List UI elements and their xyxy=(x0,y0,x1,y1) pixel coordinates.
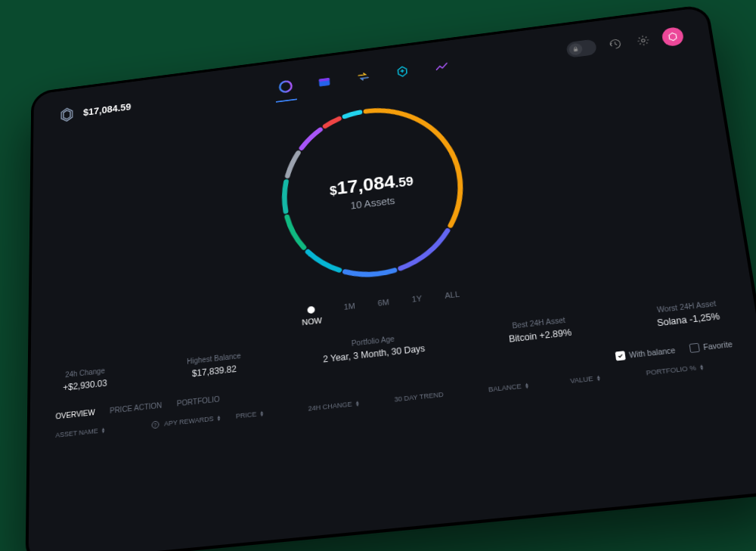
stat-highest-balance: Highest Balance $17,839.82 xyxy=(187,351,241,379)
theme-toggle[interactable] xyxy=(566,39,597,57)
profile-button[interactable] xyxy=(661,26,684,46)
tablet-frame: $17,084.59 xyxy=(25,4,756,551)
favorite-checkbox[interactable]: Favorite xyxy=(689,339,733,353)
time-range-now[interactable]: NOW xyxy=(301,305,322,327)
column-24h-change[interactable]: 24H CHANGE▲▼ xyxy=(308,396,387,412)
nav-earn-icon[interactable] xyxy=(391,60,414,82)
svg-point-0 xyxy=(280,80,292,92)
time-range-6m[interactable]: 6M xyxy=(377,297,390,317)
time-range-1m[interactable]: 1M xyxy=(343,301,356,321)
filter-checkboxes: With balance Favorite xyxy=(615,339,733,361)
checkbox-icon xyxy=(689,342,700,352)
stat-portfolio-age: Portfolio Age 2 Year, 3 Month, 30 Days xyxy=(322,331,426,364)
donut-chart: $17,084.59 10 Assets xyxy=(265,85,484,299)
nav-exchange-icon[interactable] xyxy=(352,65,375,87)
with-balance-checkbox[interactable]: With balance xyxy=(615,345,676,361)
stat-best-asset: Best 24H Asset Bitcoin +2.89% xyxy=(507,315,572,344)
column-balance[interactable]: BALANCE▲▼ xyxy=(488,378,563,393)
topbar-left: $17,084.59 xyxy=(57,98,132,125)
app-logo-icon xyxy=(57,104,76,125)
column-portfolio--[interactable]: PORTFOLIO %▲▼ xyxy=(646,360,736,377)
time-range-all[interactable]: ALL xyxy=(445,289,461,311)
lock-icon xyxy=(569,42,583,56)
view-tabs: OVERVIEWPRICE ACTIONPORTFOLIO xyxy=(56,395,220,420)
nav-portfolio-icon[interactable] xyxy=(274,76,296,98)
tab-price-action[interactable]: PRICE ACTION xyxy=(110,401,162,414)
settings-icon[interactable] xyxy=(634,31,653,48)
topbar-right xyxy=(565,26,684,59)
time-range-1y[interactable]: 1Y xyxy=(411,293,423,314)
column-apy-rewards[interactable]: ?APY REWARDS▲▼ xyxy=(151,413,228,429)
tab-portfolio[interactable]: PORTFOLIO xyxy=(177,395,220,407)
svg-point-4 xyxy=(641,39,645,42)
column-price[interactable]: PRICE▲▼ xyxy=(236,405,301,419)
stat-worst-asset: Worst 24H Asset Solana -1,25% xyxy=(655,299,720,327)
history-icon[interactable] xyxy=(606,35,625,52)
column-30-day-trend[interactable]: 30 DAY TREND xyxy=(394,386,481,403)
nav-activity-icon[interactable] xyxy=(430,55,454,77)
header-balance: $17,084.59 xyxy=(83,101,131,118)
checkbox-icon xyxy=(615,351,626,361)
nav-wallet-icon[interactable] xyxy=(313,70,336,92)
time-range-selector: NOW1M6M1YALL xyxy=(301,289,461,327)
column-value[interactable]: VALUE▲▼ xyxy=(570,370,639,384)
tab-overview[interactable]: OVERVIEW xyxy=(56,407,95,419)
column-asset-name[interactable]: ASSET NAME▲▼ xyxy=(55,422,144,438)
stat-24h-change: 24h Change +$2,930.03 xyxy=(63,366,107,392)
